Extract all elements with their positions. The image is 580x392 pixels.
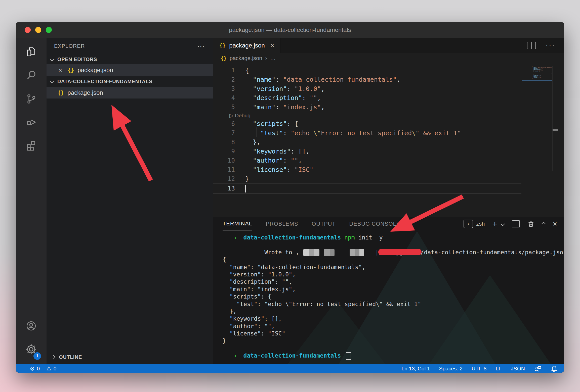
terminal-line: "license": "ISC" xyxy=(223,330,560,337)
encoding-status[interactable]: UTF-8 xyxy=(472,366,487,372)
tab-output[interactable]: OUTPUT xyxy=(312,217,336,230)
terminal-line: }, xyxy=(223,308,560,315)
indent-guide xyxy=(256,127,257,137)
code-line: 11 "license": "ISC" xyxy=(213,165,521,174)
tab-problems[interactable]: PROBLEMS xyxy=(266,217,298,230)
json-file-icon: {} xyxy=(219,42,226,48)
breadcrumb-more[interactable]: … xyxy=(270,55,276,62)
terminal-line: "test": "echo \"Error: no test specified… xyxy=(223,301,560,308)
json-file-icon: {} xyxy=(68,67,74,73)
open-editors-header[interactable]: OPEN EDITORS xyxy=(47,54,213,64)
terminal-line xyxy=(223,345,560,352)
search-icon[interactable] xyxy=(16,64,47,87)
titlebar: package.json — data-collection-fundament… xyxy=(16,22,564,38)
terminal-line: "description": "", xyxy=(223,278,560,285)
warning-icon: ⚠ xyxy=(46,366,51,371)
terminal-line: "name": "data-collection-fundamentals", xyxy=(223,264,560,271)
shell-label: zsh xyxy=(476,221,485,227)
settings-gear-icon[interactable]: 1 xyxy=(16,337,47,361)
terminal-line: → data-collection-fundamentals xyxy=(223,352,560,359)
close-panel-icon[interactable]: × xyxy=(553,220,557,228)
language-mode-status[interactable]: JSON xyxy=(511,366,525,372)
breadcrumb-separator: › xyxy=(265,55,267,62)
terminal-line: → data-collection-fundamentals npm init … xyxy=(223,234,560,241)
feedback-icon[interactable] xyxy=(534,365,542,372)
code-line: 7 "test": "echo \"Error: no test specifi… xyxy=(213,128,521,138)
code-line: 1{ xyxy=(213,66,521,75)
folder-section-header[interactable]: DATA-COLLECTION-FUNDAMENTALS xyxy=(47,76,213,87)
minimize-window-button[interactable] xyxy=(35,27,41,33)
editor-scrollbar[interactable] xyxy=(553,129,558,131)
warnings-status[interactable]: ⚠ 0 xyxy=(46,366,56,372)
traffic-lights xyxy=(25,27,52,33)
code-line: 6 "scripts": { xyxy=(213,119,521,129)
code-line: 10 "author": "", xyxy=(213,156,521,165)
notifications-bell-icon[interactable] xyxy=(551,365,558,372)
outline-section-header[interactable]: OUTLINE xyxy=(47,351,213,363)
code-line: 8 }, xyxy=(213,138,521,147)
cursor-position-status[interactable]: Ln 13, Col 1 xyxy=(401,366,430,372)
maximize-panel-icon[interactable] xyxy=(542,222,546,226)
code-line: 4 "description": "", xyxy=(213,93,521,103)
terminal-line: "keywords": [], xyxy=(223,315,560,322)
settings-badge: 1 xyxy=(33,352,41,360)
json-file-icon: {} xyxy=(221,56,227,61)
terminal-panel: TERMINAL PROBLEMS OUTPUT DEBUG CONSOLE ›… xyxy=(213,217,564,364)
terminal-line: { xyxy=(223,256,560,263)
terminal-shell-icon[interactable]: › xyxy=(464,220,473,228)
kill-terminal-icon[interactable] xyxy=(527,220,534,227)
status-bar: ⊗ 0 ⚠ 0 Ln 13, Col 1 Spaces: 2 UTF-8 LF … xyxy=(16,364,564,373)
close-tab-icon[interactable]: × xyxy=(270,42,274,50)
explorer-sidebar: EXPLORER ⋯ OPEN EDITORS × {} package.jso… xyxy=(47,38,213,364)
terminal-line: } xyxy=(223,337,560,345)
redaction-mosaic xyxy=(303,249,319,256)
tree-item-package-json[interactable]: {} package.json xyxy=(47,87,213,99)
terminal-line: "version": "1.0.0", xyxy=(223,271,560,278)
code-editor[interactable]: 1{2 "name": "data-collection-fundamental… xyxy=(213,63,564,217)
error-icon: ⊗ xyxy=(30,366,34,371)
split-terminal-icon[interactable] xyxy=(512,220,520,227)
maximize-window-button[interactable] xyxy=(46,27,52,33)
tab-package-json[interactable]: {} package.json × xyxy=(213,38,281,53)
split-editor-icon[interactable] xyxy=(527,42,536,49)
explorer-more-actions-icon[interactable]: ⋯ xyxy=(197,45,205,47)
account-icon[interactable] xyxy=(16,315,47,337)
code-line: 12} xyxy=(213,174,521,184)
run-debug-icon[interactable] xyxy=(16,110,47,134)
panel-header: TERMINAL PROBLEMS OUTPUT DEBUG CONSOLE ›… xyxy=(213,217,564,230)
tab-terminal[interactable]: TERMINAL xyxy=(223,217,252,230)
terminal-line: "main": "index.js", xyxy=(223,286,560,293)
extensions-icon[interactable] xyxy=(16,134,47,157)
errors-status[interactable]: ⊗ 0 xyxy=(30,366,40,372)
open-editor-label: package.json xyxy=(77,67,113,74)
editor-group: {} package.json × ··· {} package.json › … xyxy=(213,38,564,364)
chevron-right-icon xyxy=(51,355,55,359)
vscode-window: package.json — data-collection-fundament… xyxy=(16,22,564,373)
window-title: package.json — data-collection-fundament… xyxy=(229,26,351,33)
sidebar-title: EXPLORER xyxy=(54,43,85,49)
terminal-wrote-line: Wrote to ,|/IPlayground/data-collection-… xyxy=(223,241,560,249)
terminal-dropdown-icon[interactable] xyxy=(501,222,505,226)
close-icon[interactable]: × xyxy=(57,66,64,74)
breadcrumb[interactable]: {} package.json › … xyxy=(213,53,564,63)
explorer-icon[interactable] xyxy=(16,40,47,64)
editor-tab-bar: {} package.json × ··· xyxy=(213,38,564,53)
indentation-status[interactable]: Spaces: 2 xyxy=(439,366,463,372)
open-editor-package-json[interactable]: × {} package.json xyxy=(47,64,213,76)
redaction-mosaic xyxy=(324,249,335,256)
new-terminal-icon[interactable]: + xyxy=(492,219,498,229)
redaction-mosaic xyxy=(350,249,364,256)
source-control-icon[interactable] xyxy=(16,87,47,110)
editor-more-actions-icon[interactable]: ··· xyxy=(546,44,556,47)
code-line: 2 "name": "data-collection-fundamentals"… xyxy=(213,75,521,84)
breadcrumb-file[interactable]: package.json xyxy=(230,55,262,62)
redaction-marker xyxy=(378,249,422,255)
eol-status[interactable]: LF xyxy=(495,366,502,372)
code-line: 5 "main": "index.js", xyxy=(213,103,521,112)
tab-debug-console[interactable]: DEBUG CONSOLE xyxy=(349,217,400,230)
minimap[interactable]: { "name": "data-collection-fundamentals"… xyxy=(522,66,553,171)
terminal-content[interactable]: → data-collection-fundamentals npm init … xyxy=(223,234,560,364)
close-window-button[interactable] xyxy=(25,27,31,33)
code-line: ▷ Debug xyxy=(213,112,521,119)
code-line: 13 xyxy=(213,183,521,194)
